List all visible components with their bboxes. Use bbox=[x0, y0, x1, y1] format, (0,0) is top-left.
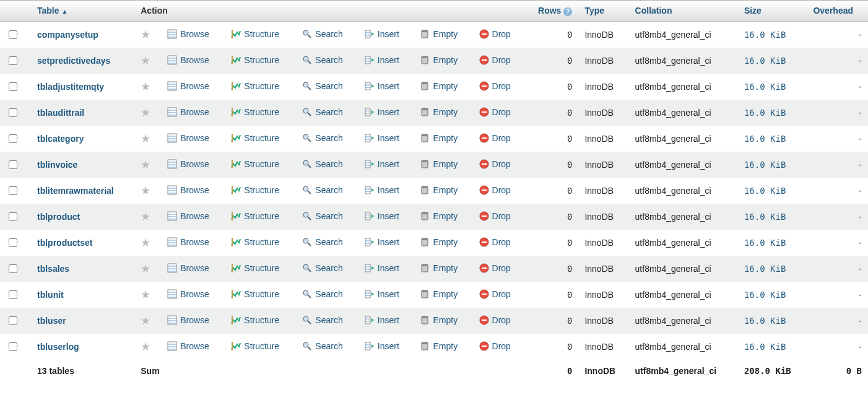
search-link[interactable]: Search bbox=[302, 80, 342, 92]
search-link[interactable]: Search bbox=[302, 341, 342, 352]
search-link[interactable]: Search bbox=[302, 107, 342, 118]
table-name-link[interactable]: tbluser bbox=[37, 316, 66, 326]
structure-link[interactable]: Structure bbox=[230, 28, 279, 40]
drop-link[interactable]: Drop bbox=[479, 315, 511, 326]
structure-link[interactable]: Structure bbox=[230, 133, 279, 144]
drop-link[interactable]: Drop bbox=[479, 185, 511, 196]
header-size[interactable]: Size bbox=[738, 1, 807, 22]
search-link[interactable]: Search bbox=[302, 159, 342, 170]
favorite-star-icon[interactable]: ★ bbox=[141, 289, 150, 301]
insert-link[interactable]: Insert bbox=[364, 211, 399, 222]
row-checkbox[interactable] bbox=[9, 290, 17, 299]
structure-link[interactable]: Structure bbox=[230, 211, 279, 222]
table-name-link[interactable]: setpredictivedays bbox=[37, 56, 110, 66]
structure-link[interactable]: Structure bbox=[230, 80, 279, 92]
row-checkbox[interactable] bbox=[9, 134, 17, 143]
structure-link[interactable]: Structure bbox=[230, 289, 279, 300]
browse-link[interactable]: Browse bbox=[167, 80, 209, 92]
insert-link[interactable]: Insert bbox=[364, 341, 399, 352]
drop-link[interactable]: Drop bbox=[479, 159, 511, 170]
insert-link[interactable]: Insert bbox=[364, 28, 399, 40]
table-name-link[interactable]: tbluserlog bbox=[37, 342, 79, 352]
structure-link[interactable]: Structure bbox=[230, 159, 279, 170]
favorite-star-icon[interactable]: ★ bbox=[141, 28, 150, 41]
favorite-star-icon[interactable]: ★ bbox=[141, 263, 150, 275]
insert-link[interactable]: Insert bbox=[364, 54, 399, 66]
drop-link[interactable]: Drop bbox=[479, 80, 511, 92]
row-checkbox[interactable] bbox=[9, 342, 17, 351]
browse-link[interactable]: Browse bbox=[167, 263, 209, 274]
row-checkbox[interactable] bbox=[9, 212, 17, 221]
favorite-star-icon[interactable]: ★ bbox=[141, 185, 150, 197]
browse-link[interactable]: Browse bbox=[167, 28, 209, 40]
search-link[interactable]: Search bbox=[302, 237, 342, 248]
search-link[interactable]: Search bbox=[302, 54, 342, 66]
row-checkbox[interactable] bbox=[9, 30, 17, 39]
search-link[interactable]: Search bbox=[302, 133, 342, 144]
drop-link[interactable]: Drop bbox=[479, 28, 511, 40]
table-name-link[interactable]: companysetup bbox=[37, 30, 98, 40]
empty-link[interactable]: Empty bbox=[419, 54, 458, 66]
insert-link[interactable]: Insert bbox=[364, 237, 399, 248]
row-checkbox[interactable] bbox=[9, 264, 17, 273]
row-checkbox[interactable] bbox=[9, 160, 17, 169]
row-checkbox[interactable] bbox=[9, 56, 17, 65]
browse-link[interactable]: Browse bbox=[167, 133, 209, 144]
drop-link[interactable]: Drop bbox=[479, 107, 511, 118]
structure-link[interactable]: Structure bbox=[230, 107, 279, 118]
search-link[interactable]: Search bbox=[302, 289, 342, 300]
insert-link[interactable]: Insert bbox=[364, 315, 399, 326]
search-link[interactable]: Search bbox=[302, 211, 342, 222]
empty-link[interactable]: Empty bbox=[419, 289, 458, 300]
browse-link[interactable]: Browse bbox=[167, 237, 209, 248]
table-name-link[interactable]: tblitemrawmaterial bbox=[37, 186, 114, 196]
insert-link[interactable]: Insert bbox=[364, 133, 399, 144]
favorite-star-icon[interactable]: ★ bbox=[141, 315, 150, 327]
header-overhead[interactable]: Overhead bbox=[807, 1, 868, 22]
favorite-star-icon[interactable]: ★ bbox=[141, 80, 150, 93]
table-name-link[interactable]: tblaudittrail bbox=[37, 108, 84, 118]
favorite-star-icon[interactable]: ★ bbox=[141, 159, 150, 171]
insert-link[interactable]: Insert bbox=[364, 107, 399, 118]
structure-link[interactable]: Structure bbox=[230, 185, 279, 196]
empty-link[interactable]: Empty bbox=[419, 80, 458, 92]
empty-link[interactable]: Empty bbox=[419, 263, 458, 274]
empty-link[interactable]: Empty bbox=[419, 237, 458, 248]
favorite-star-icon[interactable]: ★ bbox=[141, 237, 150, 249]
table-name-link[interactable]: tbladjustitemqty bbox=[37, 82, 104, 92]
insert-link[interactable]: Insert bbox=[364, 80, 399, 92]
row-checkbox[interactable] bbox=[9, 82, 17, 91]
row-checkbox[interactable] bbox=[9, 316, 17, 325]
browse-link[interactable]: Browse bbox=[167, 159, 209, 170]
search-link[interactable]: Search bbox=[302, 185, 342, 196]
empty-link[interactable]: Empty bbox=[419, 185, 458, 196]
empty-link[interactable]: Empty bbox=[419, 133, 458, 144]
empty-link[interactable]: Empty bbox=[419, 211, 458, 222]
table-name-link[interactable]: tblunit bbox=[37, 290, 64, 300]
table-name-link[interactable]: tblproduct bbox=[37, 212, 80, 222]
empty-link[interactable]: Empty bbox=[419, 28, 458, 40]
drop-link[interactable]: Drop bbox=[479, 263, 511, 274]
browse-link[interactable]: Browse bbox=[167, 54, 209, 66]
drop-link[interactable]: Drop bbox=[479, 341, 511, 352]
browse-link[interactable]: Browse bbox=[167, 315, 209, 326]
favorite-star-icon[interactable]: ★ bbox=[141, 107, 150, 119]
search-link[interactable]: Search bbox=[302, 263, 342, 274]
browse-link[interactable]: Browse bbox=[167, 107, 209, 118]
table-name-link[interactable]: tblsales bbox=[37, 264, 69, 274]
insert-link[interactable]: Insert bbox=[364, 185, 399, 196]
drop-link[interactable]: Drop bbox=[479, 54, 511, 66]
row-checkbox[interactable] bbox=[9, 186, 17, 195]
help-icon[interactable]: ? bbox=[563, 7, 572, 16]
drop-link[interactable]: Drop bbox=[479, 211, 511, 222]
header-type[interactable]: Type bbox=[578, 1, 628, 22]
browse-link[interactable]: Browse bbox=[167, 211, 209, 222]
empty-link[interactable]: Empty bbox=[419, 159, 458, 170]
favorite-star-icon[interactable]: ★ bbox=[141, 54, 150, 67]
insert-link[interactable]: Insert bbox=[364, 159, 399, 170]
search-link[interactable]: Search bbox=[302, 315, 342, 326]
structure-link[interactable]: Structure bbox=[230, 263, 279, 274]
empty-link[interactable]: Empty bbox=[419, 315, 458, 326]
header-table[interactable]: Table▲ bbox=[31, 1, 134, 22]
structure-link[interactable]: Structure bbox=[230, 54, 279, 66]
